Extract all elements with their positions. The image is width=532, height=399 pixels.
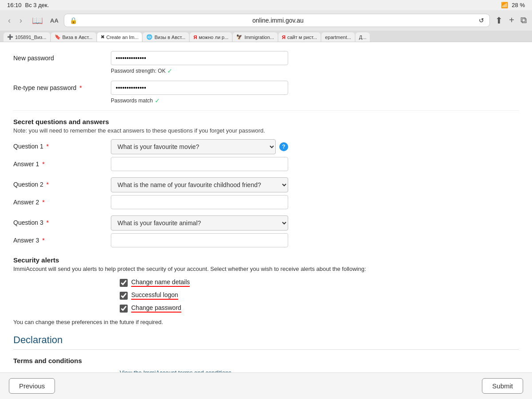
required-star: * xyxy=(79,84,82,91)
question1-label: Question 1 * xyxy=(13,139,111,150)
question2-control: What is the name of your favourite child… xyxy=(111,177,288,192)
url-bar[interactable]: 🔒 online.immi.gov.au ↺ xyxy=(64,14,490,27)
question3-control: What is your favourite animal?What is yo… xyxy=(111,215,288,231)
passwords-match-status: Passwords match ✓ xyxy=(111,97,288,104)
forward-button[interactable]: › xyxy=(17,15,25,26)
answer2-label: Answer 2 * xyxy=(13,195,111,206)
tab-3-icon: ✖ xyxy=(101,34,105,40)
security-alerts-title: Security alerts xyxy=(13,256,519,264)
question2-row: Question 2 * What is the name of your fa… xyxy=(13,177,519,192)
tab-4[interactable]: 🌐 Визы в Авст... xyxy=(143,32,189,42)
future-note: You can change these preferences in the … xyxy=(13,319,519,325)
alert2-label: Successful logon xyxy=(131,291,178,300)
status-bar: 16:10 Вс 3 дек. 📶 28 % xyxy=(0,0,532,10)
security-alerts-note: ImmiAccount will send you alerts to help… xyxy=(13,266,390,272)
tab-bar: ➕ 105891_Виз... 🔖 Виза в Авст... ✖ Creat… xyxy=(0,31,532,42)
secret-questions-note: Note: you will need to remember the exac… xyxy=(13,127,519,134)
question1-select[interactable]: What is your favourite movie?What is you… xyxy=(111,139,276,154)
alert1-item: Change name details xyxy=(120,278,519,287)
new-password-field: Password strength: OK ✓ xyxy=(111,51,288,74)
q3-required: * xyxy=(47,219,49,226)
tab-5-label: можно ли р... xyxy=(199,35,228,40)
retype-password-input[interactable] xyxy=(111,81,288,95)
answer2-input[interactable]: Anna xyxy=(111,195,288,209)
submit-button[interactable]: Submit xyxy=(482,378,523,394)
tab-3-active[interactable]: ✖ Create an Im... xyxy=(97,32,142,42)
tab-7-label: сайт м рист... xyxy=(287,35,317,40)
question3-label: Question 3 * xyxy=(13,215,111,226)
bottom-bar: Previous Submit xyxy=(0,372,532,399)
alert1-label: Change name details xyxy=(131,278,190,287)
q1-required: * xyxy=(47,143,49,150)
tab-1-label: 105891_Виз... xyxy=(15,35,47,40)
answer3-control: Dog xyxy=(111,233,288,247)
alert2-item: Successful logon xyxy=(120,291,519,300)
question1-control: What is your favourite movie?What is you… xyxy=(111,139,288,154)
tab-8[interactable]: epartment... xyxy=(321,32,355,42)
tab-4-icon: 🌐 xyxy=(146,34,153,40)
alert2-checkbox[interactable] xyxy=(120,292,128,300)
previous-button[interactable]: Previous xyxy=(9,378,55,394)
browser-chrome: ‹ › 📖 AA 🔒 online.immi.gov.au ↺ ⬆ + ⧉ ➕ … xyxy=(0,10,532,42)
answer1-label: Answer 1 * xyxy=(13,157,111,168)
answer1-input[interactable]: Harry Potter xyxy=(111,157,288,171)
tab-1[interactable]: ➕ 105891_Виз... xyxy=(4,32,50,42)
secret-questions-title: Secret questions and answers xyxy=(13,118,519,125)
alert3-item: Change password xyxy=(120,304,519,313)
retype-password-row: Re-type new password * Passwords match ✓ xyxy=(13,81,519,104)
wifi-icon: 📶 xyxy=(501,2,508,8)
tabs-overview-icon[interactable]: ⧉ xyxy=(520,15,527,26)
a1-required: * xyxy=(42,160,44,168)
tab-9[interactable]: Д... xyxy=(356,32,370,42)
lock-icon: 🔒 xyxy=(70,17,77,24)
bookmark-icon[interactable]: 📖 xyxy=(32,15,43,26)
nav-buttons: ‹ › xyxy=(5,15,25,26)
new-password-label: New password xyxy=(13,51,111,62)
retype-password-field: Passwords match ✓ xyxy=(111,81,288,104)
tab-2[interactable]: 🔖 Виза в Авст... xyxy=(51,32,96,42)
tab-8-label: epartment... xyxy=(325,35,351,40)
share-icon[interactable]: ⬆ xyxy=(495,15,503,26)
question1-row: Question 1 * What is your favourite movi… xyxy=(13,139,519,154)
question1-select-row: What is your favourite movie?What is you… xyxy=(111,139,288,154)
alert3-checkbox[interactable] xyxy=(120,305,128,313)
content-area: New password Password strength: OK ✓ Re-… xyxy=(0,42,532,375)
answer1-row: Answer 1 * Harry Potter xyxy=(13,157,519,171)
tab-2-icon: 🔖 xyxy=(55,34,61,40)
q2-required: * xyxy=(47,181,49,188)
answer2-row: Answer 2 * Anna xyxy=(13,195,519,209)
tab-4-label: Визы в Авст... xyxy=(154,35,185,40)
answer3-input[interactable]: Dog xyxy=(111,233,288,247)
question3-select[interactable]: What is your favourite animal?What is yo… xyxy=(111,215,288,231)
question2-select[interactable]: What is the name of your favourite child… xyxy=(111,177,288,192)
tab-7[interactable]: Я сайт м рист... xyxy=(278,32,321,42)
back-button[interactable]: ‹ xyxy=(5,15,13,26)
question2-label: Question 2 * xyxy=(13,177,111,188)
a2-required: * xyxy=(42,199,44,206)
reload-icon[interactable]: ↺ xyxy=(479,17,484,24)
status-time: 16:10 xyxy=(7,2,22,8)
new-password-row: New password Password strength: OK ✓ xyxy=(13,51,519,74)
alert1-checkbox[interactable] xyxy=(120,279,128,287)
password-strength-status: Password strength: OK ✓ xyxy=(111,67,288,74)
password-strength-ok-icon: ✓ xyxy=(167,67,172,74)
font-size-button[interactable]: AA xyxy=(50,17,59,24)
browser-toolbar: ‹ › 📖 AA 🔒 online.immi.gov.au ↺ ⬆ + ⧉ xyxy=(0,10,532,31)
new-tab-icon[interactable]: + xyxy=(509,15,514,26)
terms-title: Terms and conditions xyxy=(13,357,519,364)
question1-help-icon[interactable]: ? xyxy=(279,142,288,151)
tab-5[interactable]: Я можно ли р... xyxy=(190,32,232,42)
tab-9-label: Д... xyxy=(359,35,367,40)
new-password-input[interactable] xyxy=(111,51,288,65)
answer1-control: Harry Potter xyxy=(111,157,288,171)
battery-level: 28 % xyxy=(512,2,525,8)
declaration-title: Declaration xyxy=(13,334,519,350)
tab-2-label: Виза в Авст... xyxy=(63,35,93,40)
tab-5-icon: Я xyxy=(193,35,197,40)
tab-1-icon: ➕ xyxy=(7,34,13,40)
passwords-match-ok-icon: ✓ xyxy=(155,97,160,104)
tab-6[interactable]: 🦅 Immigration... xyxy=(233,32,278,42)
tab-7-icon: Я xyxy=(282,35,286,40)
browser-actions: ⬆ + ⧉ xyxy=(495,15,527,26)
alert3-label: Change password xyxy=(131,304,181,313)
